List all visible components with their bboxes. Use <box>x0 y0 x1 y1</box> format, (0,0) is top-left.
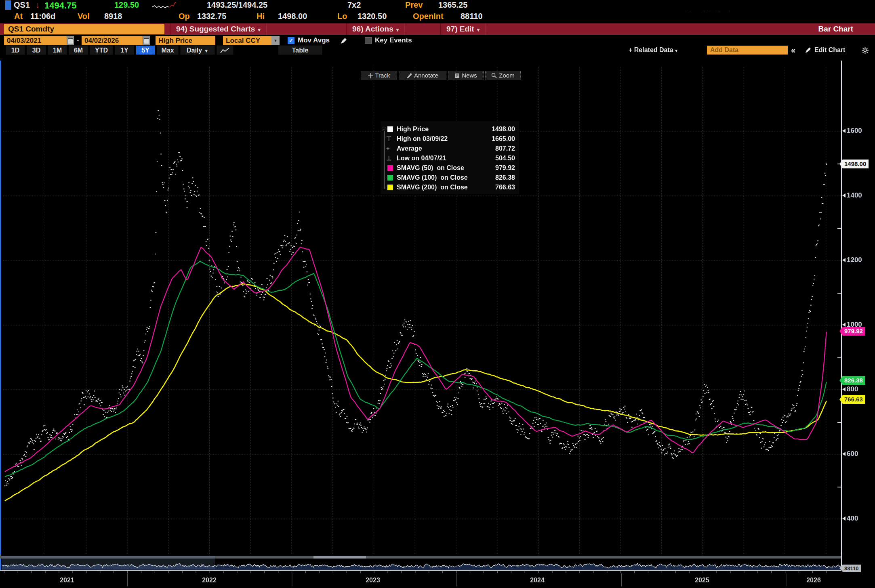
open-label: Op <box>179 12 190 21</box>
date-range-dash: - <box>77 36 79 44</box>
period-1d[interactable]: 1D <box>6 45 25 55</box>
mov-avgs-label: Mov Avgs <box>298 36 330 44</box>
mov-avgs-checkbox[interactable]: ✓ <box>288 37 294 44</box>
zoom-button[interactable]: Zoom <box>485 71 521 80</box>
currency-select[interactable]: Local CCY <box>223 36 271 45</box>
key-events-label: Key Events <box>375 36 412 44</box>
magnifier-icon <box>491 73 497 78</box>
pencil-icon[interactable] <box>340 37 347 44</box>
y-tick-1400: 1400 <box>842 191 862 200</box>
table-button[interactable]: Table <box>278 45 322 55</box>
high-marker-icon: ⊤ <box>386 134 391 144</box>
period-6m[interactable]: 6M <box>69 45 88 55</box>
frequency-select[interactable]: Daily▼ <box>180 45 215 55</box>
date-to-input[interactable]: 04/02/2026 <box>82 36 143 45</box>
bid-ask-size: 7x2 <box>347 0 361 10</box>
price-chart-canvas[interactable] <box>0 0 875 588</box>
legend-collapse-icon[interactable]: − <box>382 127 386 131</box>
prev-value: 1365.25 <box>438 0 467 10</box>
chevron-down-icon: ▾ <box>396 27 399 33</box>
y-tick-800: 800 <box>842 385 858 393</box>
controls-bar: 04/03/2021 - 04/02/2026 High Price Local… <box>0 36 875 46</box>
chart-type-label: Bar Chart <box>818 23 853 35</box>
low-label: Lo <box>337 12 347 21</box>
low-marker-icon: ⊥ <box>386 153 391 163</box>
date-from-input[interactable]: 04/03/2021 <box>4 36 67 45</box>
line-chart-icon-button[interactable] <box>217 45 233 55</box>
smavg50-badge: 979.92 <box>843 327 865 336</box>
panel-indicator-icon <box>5 0 11 10</box>
open-value: 1332.75 <box>197 12 226 21</box>
menu-actions[interactable]: 96) Actions▾ <box>346 23 405 35</box>
x-label-2026: 2026 <box>806 577 821 584</box>
last-price-badge: 1498.00 <box>843 160 869 168</box>
legend-row-smavg200[interactable]: SMAVG (200) on Close766.63 <box>381 183 519 192</box>
period-3d[interactable]: 3D <box>27 45 46 55</box>
currency-dropdown-button[interactable]: ▾ <box>271 36 280 45</box>
legend-row-smavg50[interactable]: SMAVG (50) on Close979.92 <box>381 163 519 173</box>
openint-value: 88110 <box>461 12 483 21</box>
high-value: 1498.00 <box>278 12 307 21</box>
menu-edit[interactable]: 97) Edit▾ <box>440 23 486 35</box>
track-crosshair-icon <box>368 73 373 78</box>
vol-label: Vol <box>78 12 90 21</box>
track-button[interactable]: Track <box>361 71 397 80</box>
ticker: QS1 <box>14 0 30 10</box>
legend-row-low-on[interactable]: ⊥ Low on 04/07/21504.50 <box>381 153 519 163</box>
annotate-button[interactable]: Annotate <box>399 71 446 80</box>
y-tick-1200: 1200 <box>842 256 862 264</box>
low-value: 1320.50 <box>358 12 387 21</box>
key-events-checkbox[interactable] <box>365 37 372 44</box>
related-data-button[interactable]: + Related Data ▾ <box>629 45 677 55</box>
high-price-swatch-icon <box>387 126 393 132</box>
down-arrow-icon: ↓ <box>36 0 40 10</box>
legend-row-high-on[interactable]: ⊤ High on 03/09/221665.00 <box>381 134 519 144</box>
at-value: 11:06d <box>30 12 55 21</box>
bid-ask: 1493.25/1494.25 <box>207 0 267 10</box>
y-tick-600: 600 <box>842 450 858 458</box>
smavg200-badge: 766.63 <box>843 395 865 404</box>
menu-suggested-charts[interactable]: 94) Suggested Charts▾ <box>170 23 267 35</box>
smavg50-swatch-icon <box>387 165 393 171</box>
period-max[interactable]: Max <box>157 45 179 55</box>
price-change: 129.50 <box>114 0 139 10</box>
edit-chart-button[interactable]: Edit Chart <box>814 45 845 55</box>
menu-bar: QS1 Comdty 94) Suggested Charts▾ 96) Act… <box>0 23 875 35</box>
y-tick-400: 400 <box>842 514 858 523</box>
smavg200-swatch-icon <box>387 185 393 190</box>
openint-label: OpenInt <box>413 12 444 21</box>
x-label-2024: 2024 <box>530 577 545 584</box>
news-icon <box>454 73 460 78</box>
period-5y-selected[interactable]: 5Y <box>136 45 155 55</box>
legend-row-high-price[interactable]: − High Price1498.00 <box>381 124 519 134</box>
legend-row-average[interactable]: + Average807.72 <box>381 144 519 153</box>
session-stats-bar: At 11:06d Vol 8918 Op 1332.75 Hi 1498.00… <box>0 11 875 23</box>
vol-value: 8918 <box>104 12 122 21</box>
legend-row-smavg100[interactable]: SMAVG (100) on Close826.38 <box>381 173 519 183</box>
period-ytd[interactable]: YTD <box>90 45 113 55</box>
sparkline-icon <box>152 2 179 10</box>
period-1m[interactable]: 1M <box>48 45 67 55</box>
news-button[interactable]: News <box>448 71 484 80</box>
period-bar: 1D 3D 1M 6M YTD 1Y 5Y Max Daily▼ Table +… <box>0 45 875 56</box>
add-data-input[interactable]: Add Data <box>707 46 788 55</box>
last-price: 1494.75 <box>44 0 77 11</box>
prev-label: Prev <box>405 0 423 10</box>
at-label: At <box>14 12 23 21</box>
gear-icon[interactable] <box>861 46 869 54</box>
x-label-2021: 2021 <box>60 577 74 584</box>
smavg100-swatch-icon <box>387 175 393 181</box>
open-interest-badge: 88110 <box>843 565 861 572</box>
quote-bar: QS1 ↓ 1494.75 129.50 1493.25/1494.25 7x2… <box>0 0 875 11</box>
pencil-icon <box>805 47 812 54</box>
chart-legend[interactable]: − High Price1498.00 ⊤ High on 03/09/2216… <box>381 121 519 194</box>
y-tick-1600: 1600 <box>842 127 862 135</box>
smavg100-badge: 826.38 <box>843 376 865 385</box>
x-label-2022: 2022 <box>202 577 217 584</box>
security-input[interactable]: QS1 Comdty <box>4 24 164 34</box>
calendar-icon[interactable] <box>67 36 74 45</box>
collapse-button[interactable]: « <box>791 45 795 55</box>
period-1y[interactable]: 1Y <box>115 45 134 55</box>
field-select[interactable]: High Price <box>156 36 215 45</box>
calendar-icon[interactable] <box>143 36 150 45</box>
